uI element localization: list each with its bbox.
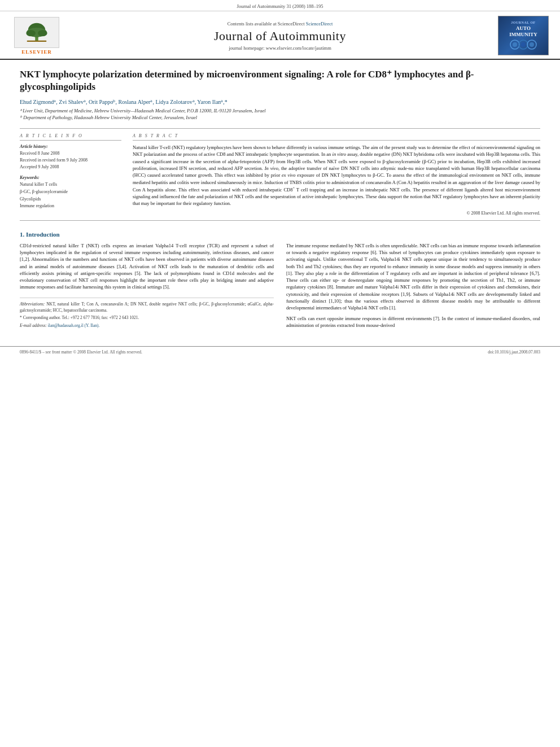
svg-point-11 <box>530 42 534 47</box>
corresponding-line: * Corresponding author. Tel.: +972 2 677… <box>20 314 274 321</box>
affiliations: ᵃ Liver Unit, Department of Medicine, He… <box>20 108 540 121</box>
affiliation-b: ᵇ Department of Pathology, Hadassah Hebr… <box>20 115 540 121</box>
history-label: Article history: <box>20 144 121 149</box>
autoimmunity-logo-main: AUTOIMMUNITY <box>509 25 537 38</box>
abstract-heading: A B S T R A C T <box>133 133 540 141</box>
introduction-section: 1. Introduction CD1d-restricted natural … <box>20 231 540 333</box>
body-two-column: CD1d-restricted natural killer T (NKT) c… <box>20 242 540 333</box>
article-history: Article history: Received 8 June 2008 Re… <box>20 144 121 171</box>
abstract-copyright: © 2008 Elsevier Ltd. All rights reserved… <box>133 211 540 216</box>
corresponding-text: Tel.: +972 2 677 7816; fax: +972 2 643 1… <box>62 315 139 320</box>
elsevier-logo: ELSEVIER <box>11 17 62 55</box>
received-revised-date: Received in revised form 9 July 2008 <box>20 157 121 164</box>
journal-top-bar: Journal of Autoimmunity 31 (2008) 188–19… <box>0 0 560 11</box>
article-info-column: A R T I C L E I N F O Article history: R… <box>20 133 121 216</box>
journal-header: ELSEVIER Contents lists available at Sci… <box>0 11 560 60</box>
svg-point-3 <box>26 30 36 36</box>
keyword-1: Natural killer T cells <box>20 181 121 189</box>
article-title: NKT lymphocyte polarization determined b… <box>20 68 540 93</box>
abstract-column: A B S T R A C T Natural killer T-cell (N… <box>133 133 540 216</box>
intro-para-right-1: The immune response mediated by NKT cell… <box>286 242 540 312</box>
keyword-3: Glycolipids <box>20 196 121 203</box>
journal-center-info: Contents lists available at ScienceDirec… <box>62 21 498 51</box>
abstract-body-divider <box>20 220 540 221</box>
abbreviations-line: Abbreviations: NKT, natural killer T; Co… <box>20 301 274 314</box>
journal-title-large: Journal of Autoimmunity <box>68 29 492 43</box>
article-info-heading: A R T I C L E I N F O <box>20 133 121 141</box>
corresponding-label: * Corresponding author. <box>20 315 61 320</box>
email-label: E-mail address: <box>20 323 47 328</box>
email-link[interactable]: ilan@hadassah.org.il (Y. Ilan). <box>48 323 100 328</box>
autoimmunity-logo: JOURNAL OF AUTOIMMUNITY <box>498 16 549 55</box>
keyword-2: β-GC, β-glucosylceramide <box>20 189 121 196</box>
svg-rect-5 <box>27 41 47 42</box>
svg-point-10 <box>521 42 526 47</box>
abbreviations-text: NKT, natural killer T; Con A, concanaval… <box>20 302 274 313</box>
received-date: Received 8 June 2008 <box>20 150 121 157</box>
affiliation-a: ᵃ Liver Unit, Department of Medicine, He… <box>20 108 540 115</box>
email-line: E-mail address: ilan@hadassah.org.il (Y.… <box>20 322 274 329</box>
page-footer: 0896-8411/$ – see front matter © 2008 El… <box>0 346 560 357</box>
header-divider <box>20 128 540 129</box>
abbreviations-label: Abbreviations: <box>20 302 45 307</box>
footer-doi: doi:10.1016/j.jaut.2008.07.003 <box>488 350 540 355</box>
authors-line: Ehud Zigmondᵃ, Zvi Shalevᵃ, Orit Pappoᵇ,… <box>20 99 540 105</box>
body-col-left: CD1d-restricted natural killer T (NKT) c… <box>20 242 274 333</box>
svg-point-4 <box>38 30 47 36</box>
abstract-text: Natural killer T-cell (NKT) regulatory l… <box>133 144 540 207</box>
article-content: NKT lymphocyte polarization determined b… <box>0 60 560 340</box>
autoimmunity-logo-graphic <box>506 39 540 50</box>
journal-homepage: journal homepage: www.elsevier.com/locat… <box>68 45 492 51</box>
intro-para-right-2: NKT cells can exert opposite immune resp… <box>286 315 540 329</box>
elsevier-tree-svg <box>20 21 54 43</box>
keywords-label: Keywords: <box>20 175 121 180</box>
info-abstract-layout: A R T I C L E I N F O Article history: R… <box>20 133 540 216</box>
introduction-heading: 1. Introduction <box>20 231 540 238</box>
journal-citation: Journal of Autoimmunity 31 (2008) 188–19… <box>237 3 323 9</box>
footnotes-area: Abbreviations: NKT, natural killer T; Co… <box>20 298 274 329</box>
keyword-4: Immune regulation <box>20 203 121 210</box>
footer-issn: 0896-8411/$ – see front matter © 2008 El… <box>20 350 142 355</box>
intro-para-1: CD1d-restricted natural killer T (NKT) c… <box>20 242 274 291</box>
elsevier-label: ELSEVIER <box>21 49 52 55</box>
sciencedirect-link[interactable]: ScienceDirect <box>306 21 333 27</box>
svg-point-9 <box>513 42 517 47</box>
sciencedirect-text: Contents lists available at ScienceDirec… <box>68 21 492 27</box>
accepted-date: Accepted 9 July 2008 <box>20 164 121 171</box>
body-col-right: The immune response mediated by NKT cell… <box>286 242 540 333</box>
elsevier-tree-image <box>14 17 59 48</box>
autoimmunity-logo-top: JOURNAL OF <box>511 21 536 24</box>
page: Journal of Autoimmunity 31 (2008) 188–19… <box>0 0 560 747</box>
